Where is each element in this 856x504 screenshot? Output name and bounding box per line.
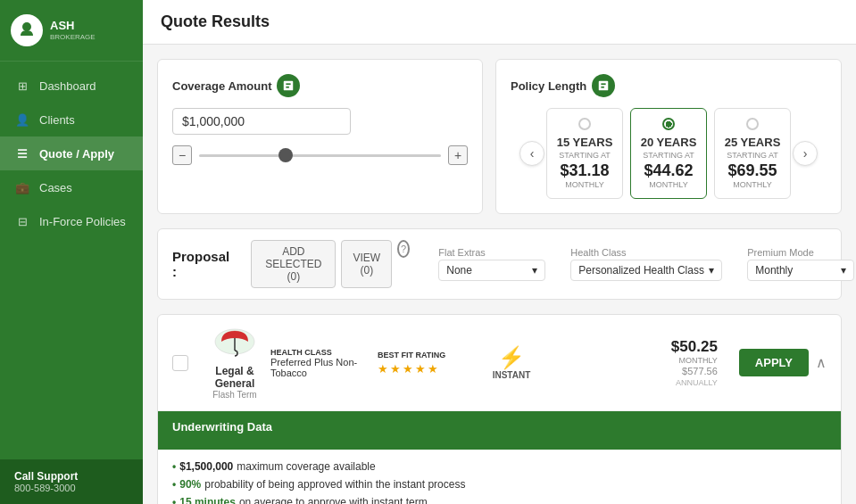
premium-mode-select[interactable]: Monthly ▾	[747, 260, 854, 281]
flat-extras-group: Flat Extras None ▾	[438, 247, 545, 281]
carrier-name: Legal &	[199, 365, 270, 377]
sidebar-item-dashboard[interactable]: ⊞ Dashboard	[0, 69, 143, 103]
policy-starting-15: STARTING AT	[553, 151, 617, 160]
premium-mode-chevron: ▾	[841, 264, 846, 277]
star-1: ★	[378, 362, 388, 376]
policy-price-20: $44.62	[636, 161, 701, 180]
help-icon[interactable]: ?	[397, 240, 410, 258]
sidebar-nav: ⊞ Dashboard 👤 Clients ☰ Quote / Apply 💼 …	[0, 62, 143, 459]
uw-text-2: probability of being approved within the…	[204, 478, 465, 491]
list-icon: ☰	[14, 145, 30, 161]
policy-icon: ⊟	[14, 213, 30, 229]
policy-icon-btn	[592, 74, 615, 97]
svg-rect-6	[602, 87, 605, 88]
policy-years-20: 20 YEARS	[636, 136, 701, 149]
star-5: ★	[428, 362, 438, 376]
policy-option-15[interactable]: 15 YEARS STARTING AT $31.18 MONTHLY	[546, 108, 623, 199]
carrier-product: Flash Term	[199, 390, 270, 400]
results-card: Legal & General Flash Term Health Class …	[157, 314, 842, 504]
policy-radio-20	[662, 118, 675, 130]
policy-years-25: 25 YEARS	[720, 136, 785, 149]
policy-years-15: 15 YEARS	[553, 136, 617, 149]
policy-options: 15 YEARS STARTING AT $31.18 MONTHLY 20 Y…	[511, 108, 827, 199]
star-3: ★	[403, 362, 413, 376]
proposal-buttons: ADD SELECTED (0) VIEW (0) ?	[251, 240, 410, 288]
health-class-col: Health Class Preferred Plus Non-Tobacco	[270, 348, 378, 378]
underwriting-body: $1,500,000 maximum coverage available 90…	[158, 450, 841, 504]
uw-highlight-2: 90%	[179, 478, 201, 491]
proposal-title: Proposal :	[172, 249, 229, 279]
uw-item-1: $1,500,000 maximum coverage available	[172, 460, 827, 473]
policy-price-25: $69.55	[720, 161, 785, 180]
sidebar-item-in-force[interactable]: ⊟ In-Force Policies	[0, 204, 143, 238]
logo-area: ASH BROKERAGE	[0, 0, 143, 62]
lightning-icon: ⚡	[476, 345, 547, 370]
coverage-input[interactable]	[172, 108, 351, 135]
people-icon: 👤	[14, 112, 30, 128]
health-class-col-title: Health Class	[270, 348, 378, 357]
call-support-phone: 800-589-3000	[14, 483, 129, 493]
coverage-label: Coverage Amount	[172, 74, 468, 97]
apply-button[interactable]: APPLY	[739, 349, 809, 376]
carrier-logo: Legal & General Flash Term	[199, 326, 270, 400]
svg-rect-1	[284, 81, 294, 91]
svg-rect-3	[287, 87, 290, 88]
coverage-label-text: Coverage Amount	[172, 79, 271, 93]
main-content: Quote Results Coverage Amount − +	[143, 0, 856, 504]
premium-mode-group: Premium Mode Monthly ▾	[747, 247, 854, 281]
policy-radio-25	[746, 118, 759, 130]
monthly-label: MONTHLY	[547, 356, 718, 365]
collapse-button[interactable]: ∧	[816, 354, 827, 371]
annual-price: $577.56	[547, 365, 718, 377]
sidebar-item-quote-apply[interactable]: ☰ Quote / Apply	[0, 136, 143, 170]
cards-row: Coverage Amount − + Policy Length	[157, 59, 842, 214]
row-checkbox[interactable]	[172, 355, 188, 371]
add-selected-button[interactable]: ADD SELECTED (0)	[251, 240, 336, 288]
slider-increase-btn[interactable]: +	[448, 145, 468, 165]
price-col: $50.25 MONTHLY $577.56 ANNUALLY	[547, 338, 725, 386]
carrier-logo-img	[211, 326, 260, 359]
uw-highlight-3: 15 minutes	[179, 496, 236, 504]
sidebar-label-quote-apply: Quote / Apply	[39, 147, 114, 161]
policy-nav-left[interactable]: ‹	[519, 141, 544, 166]
uw-item-2: 90% probability of being approved within…	[172, 478, 827, 491]
annual-label: ANNUALLY	[547, 378, 718, 387]
logo-icon	[11, 14, 43, 46]
proposal-row: Proposal : ADD SELECTED (0) VIEW (0) ? F…	[172, 240, 827, 288]
view-button[interactable]: VIEW (0)	[341, 240, 392, 288]
coverage-slider[interactable]	[199, 154, 441, 157]
health-class-label: Health Class	[570, 247, 722, 258]
policy-nav-right[interactable]: ›	[793, 141, 818, 166]
flat-extras-select[interactable]: None ▾	[438, 260, 545, 281]
best-fit-title: BEST FIT RATING	[378, 351, 476, 359]
premium-mode-value: Monthly	[755, 264, 793, 277]
uw-text-3: on average to approve with instant term	[239, 496, 428, 504]
svg-rect-2	[287, 83, 291, 85]
uw-highlight-1: $1,500,000	[179, 460, 233, 473]
policy-label: Policy Length	[511, 74, 827, 97]
star-4: ★	[415, 362, 426, 376]
svg-rect-5	[602, 83, 606, 85]
policy-label-text: Policy Length	[511, 79, 586, 93]
policy-radio-15	[578, 118, 591, 130]
policy-monthly-25: MONTHLY	[720, 180, 785, 189]
policy-option-25[interactable]: 25 YEARS STARTING AT $69.55 MONTHLY	[714, 108, 791, 199]
flat-extras-chevron: ▾	[532, 264, 537, 277]
health-class-group: Health Class Personalized Health Class ▾	[570, 247, 722, 281]
sidebar: ASH BROKERAGE ⊞ Dashboard 👤 Clients ☰ Qu…	[0, 0, 143, 504]
sidebar-item-cases[interactable]: 💼 Cases	[0, 170, 143, 204]
policy-option-20[interactable]: 20 YEARS STARTING AT $44.62 MONTHLY	[630, 108, 707, 199]
slider-decrease-btn[interactable]: −	[172, 145, 192, 165]
instant-label: INSTANT	[476, 370, 547, 380]
sidebar-footer: Call Support 800-589-3000	[0, 459, 143, 504]
sidebar-item-clients[interactable]: 👤 Clients	[0, 103, 143, 136]
logo-subtitle: BROKERAGE	[50, 33, 96, 41]
instant-col: ⚡ INSTANT	[476, 345, 547, 380]
health-class-select[interactable]: Personalized Health Class ▾	[570, 260, 722, 281]
policy-starting-25: STARTING AT	[720, 151, 785, 160]
policy-monthly-15: MONTHLY	[553, 180, 617, 189]
logo-company: ASH	[50, 20, 96, 32]
carrier-name-2: General	[199, 377, 270, 390]
sidebar-label-clients: Clients	[39, 113, 75, 127]
grid-icon: ⊞	[14, 78, 30, 94]
